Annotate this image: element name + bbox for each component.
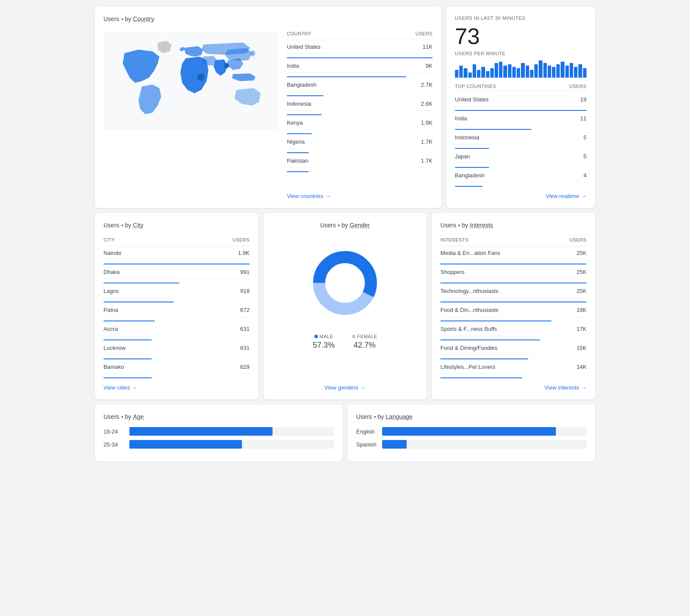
age-dropdown-arrow[interactable]: ▾ [121, 415, 123, 419]
bar-row [287, 111, 433, 116]
city-users: 1.9K [186, 246, 249, 260]
interest-users: 14K [554, 360, 586, 374]
realtime-top-label: USERS IN LAST 30 MINUTES [455, 16, 586, 21]
age-dimension: Age [133, 413, 144, 420]
language-chart: English Spanish [356, 427, 586, 449]
bar-row [104, 355, 250, 361]
bar-row [287, 92, 433, 97]
top-countries-label: TOP COUNTRIES [455, 84, 496, 89]
bar-row [455, 126, 586, 131]
interest-users: 25K [554, 284, 586, 298]
view-countries-arrow: → [325, 193, 331, 199]
interests-dropdown-arrow[interactable]: ▾ [458, 223, 460, 228]
view-genders-link[interactable]: View genders → [324, 379, 366, 391]
country-users: 2.6K [383, 97, 433, 111]
table-row: Shoppers25K [440, 265, 586, 279]
interest-users: 25K [554, 265, 586, 279]
country-card-title: Users ▾ by Country [104, 16, 433, 22]
interest-users: 15K [554, 341, 586, 355]
city-users: 631 [186, 322, 249, 336]
interests-title-users: Users [440, 222, 456, 229]
top-row: Users ▾ by Country [95, 7, 595, 208]
country-title-users: Users [104, 16, 119, 22]
interest-users: 17K [554, 322, 586, 336]
mini-bar [534, 64, 538, 78]
realtime-country-name: India [455, 112, 566, 126]
female-value: 42.7% [354, 341, 376, 350]
bar-row [440, 336, 586, 342]
table-row: Accra631 [104, 322, 250, 336]
mini-bar [521, 63, 524, 78]
table-row: Food & Dining/Foodies15K [440, 341, 586, 355]
bar-row [455, 107, 586, 112]
mini-bar [512, 67, 516, 78]
country-name: Indonesia [287, 97, 383, 111]
realtime-country-users: 19 [566, 93, 586, 107]
view-cities-arrow: → [132, 384, 137, 391]
table-row: Kenya1.9K [287, 116, 433, 130]
middle-row: Users ▾ by City CITY USERS Nairobi1.9KDh… [95, 213, 595, 399]
view-interests-text: View interests [544, 384, 579, 391]
mini-bar [539, 60, 542, 78]
dashboard: Users ▾ by Country [95, 7, 595, 462]
country-name: India [287, 59, 383, 73]
top-countries-header: TOP COUNTRIES USERS [455, 84, 586, 91]
mini-bar [490, 68, 494, 78]
view-realtime-link[interactable]: View realtime → [455, 188, 586, 199]
country-dropdown-arrow[interactable]: ▾ [121, 17, 123, 22]
city-dimension: City [133, 222, 143, 229]
city-dropdown-arrow[interactable]: ▾ [121, 223, 123, 228]
table-row: Bamako629 [104, 360, 250, 374]
age-chart: 18-24 25-34 [104, 427, 334, 449]
city-users: 629 [186, 360, 249, 374]
list-item: Spanish [356, 440, 586, 449]
interests-users-col-header: USERS [554, 236, 586, 246]
male-label: MALE [320, 334, 333, 339]
bar-row [104, 336, 250, 342]
bar-cell [440, 298, 586, 304]
country-table: COUNTRY USERS United States11KIndia9KBan… [287, 29, 433, 173]
realtime-country-name: Indonesia [455, 131, 566, 145]
bar-row [455, 182, 586, 188]
mini-bar [486, 71, 489, 78]
realtime-country-users: 11 [566, 112, 586, 126]
age-card-title: Users ▾ by Age [104, 413, 334, 420]
table-row: Lagos918 [104, 284, 250, 298]
language-bar [382, 427, 556, 436]
country-dimension: Country [133, 16, 154, 22]
mini-bar [556, 64, 560, 78]
language-label: English [356, 428, 378, 435]
mini-bar [473, 64, 476, 78]
bar-cell [440, 317, 586, 323]
bar-cell [440, 260, 586, 266]
interest-name: Sports & F...ness Buffs [440, 322, 554, 336]
table-row: Media & En...ation Fans25K [440, 246, 586, 260]
bar-row [440, 260, 586, 266]
view-countries-link[interactable]: View countries → [287, 188, 433, 199]
mini-bar [565, 66, 569, 78]
svg-point-3 [326, 264, 364, 302]
gender-dropdown-arrow[interactable]: ▾ [338, 223, 340, 228]
mini-bar [481, 67, 485, 78]
view-genders-arrow: → [360, 384, 366, 391]
view-cities-link[interactable]: View cities → [104, 379, 250, 391]
mini-bar [583, 68, 586, 78]
mini-bar [548, 66, 551, 78]
age-label: 25-34 [104, 441, 125, 448]
age-bar-container [129, 427, 334, 436]
gender-dimension: Gender [350, 222, 370, 229]
language-dropdown-arrow[interactable]: ▾ [374, 415, 376, 419]
city-title-users: Users [104, 222, 119, 229]
bar-cell [287, 92, 433, 97]
age-bar [129, 440, 242, 449]
city-users: 631 [186, 341, 249, 355]
language-bar-container [382, 427, 586, 436]
mini-bar [464, 68, 467, 78]
bar-row [440, 298, 586, 304]
view-interests-link[interactable]: View interests → [440, 379, 586, 391]
city-card: Users ▾ by City CITY USERS Nairobi1.9KDh… [95, 213, 258, 399]
mini-bar [495, 63, 498, 78]
realtime-country-name: United States [455, 93, 566, 107]
age-by-label: by [125, 413, 132, 420]
bar-row [104, 279, 250, 285]
